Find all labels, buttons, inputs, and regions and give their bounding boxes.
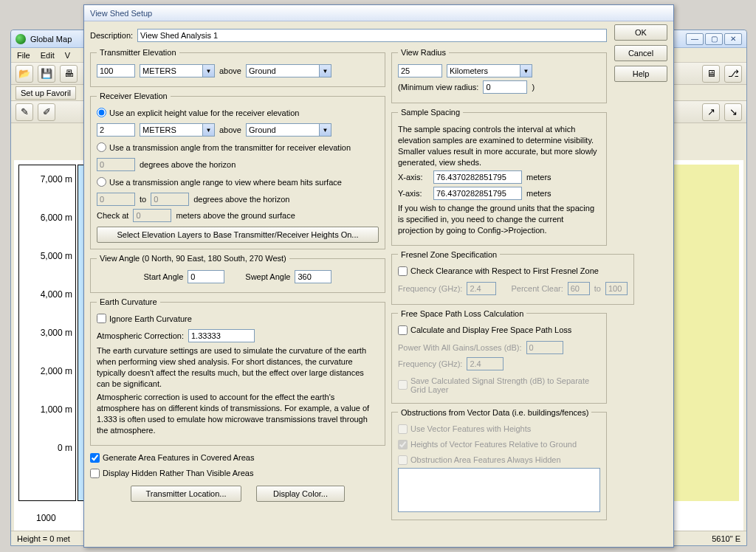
sample-spacing-group: Sample Spacing The sample spacing contro… — [391, 108, 607, 246]
chevron-down-icon[interactable]: ▼ — [320, 64, 331, 77]
min-radius-input[interactable] — [483, 80, 527, 94]
ignore-curvature-check[interactable] — [97, 314, 106, 323]
receiver-elevation-group: Receiver Elevation Use an explicit heigh… — [90, 92, 385, 249]
open-icon[interactable]: 📂 — [16, 65, 33, 83]
fspl-save-check — [398, 380, 408, 390]
menu-file[interactable]: File — [17, 51, 30, 60]
scalebar-label: 1000 — [36, 513, 56, 523]
obs-rel-check — [398, 440, 408, 449]
dialog-title: View Shed Setup — [90, 9, 152, 18]
obstructions-notes[interactable] — [398, 468, 600, 512]
rx-ref-combo[interactable] — [246, 123, 320, 137]
rx-range-radio[interactable] — [97, 177, 106, 187]
save-icon[interactable]: 💾 — [38, 65, 55, 83]
globe-icon — [16, 34, 26, 44]
fresnel-freq-input — [467, 282, 496, 295]
rx-unit-combo[interactable] — [140, 123, 203, 137]
display-color-button[interactable]: Display Color... — [256, 486, 345, 502]
fspl-check[interactable] — [398, 325, 408, 335]
help-button[interactable]: Help — [614, 66, 667, 82]
edit-tool-a-icon[interactable]: ✎ — [16, 103, 33, 121]
print-icon[interactable]: 🖶 — [60, 65, 78, 83]
spacing-y-input[interactable] — [433, 187, 522, 200]
earth-curvature-group: Earth Curvature Ignore Earth Curvature A… — [90, 297, 385, 446]
favorites-button[interactable]: Set up Favoril — [16, 86, 76, 100]
obstructions-group: Obstructions from Vector Data (i.e. buil… — [391, 408, 607, 520]
fspl-group: Free Space Path Loss Calculation Calcula… — [391, 309, 607, 404]
map-yaxis: 7,000 m 6,000 m 5,000 m 4,000 m 3,000 m … — [18, 165, 76, 501]
description-input[interactable] — [137, 29, 607, 42]
menu-edit[interactable]: Edit — [41, 51, 55, 60]
transmitter-location-button[interactable]: Transmitter Location... — [131, 486, 241, 502]
rx-range-to-input — [151, 193, 189, 206]
maximize-icon[interactable]: ▢ — [705, 33, 723, 45]
view-angle-group: View Angle (0 North, 90 East, 180 South,… — [90, 254, 385, 293]
swept-angle-input[interactable] — [295, 270, 331, 283]
tool-branch-icon[interactable]: ⎇ — [724, 65, 742, 83]
rx-height-input[interactable] — [97, 123, 135, 137]
dialog-titlebar: View Shed Setup — [84, 5, 673, 21]
close-icon[interactable]: ✕ — [724, 33, 742, 45]
fresnel-pct-to-input — [605, 282, 628, 295]
rx-angle-input — [97, 158, 135, 171]
status-left: Height = 0 met — [17, 534, 70, 543]
fspl-power-input — [526, 341, 563, 354]
cancel-button[interactable]: Cancel — [614, 45, 667, 61]
fresnel-pct-from-input — [568, 282, 590, 295]
tx-ref-combo[interactable] — [246, 64, 320, 77]
transmitter-elevation-group: Transmitter Elevation ▼ above ▼ — [90, 48, 385, 87]
tx-height-input[interactable] — [97, 64, 135, 77]
rx-explicit-radio[interactable] — [97, 108, 106, 117]
map-land — [673, 165, 739, 501]
main-title: Global Map — [30, 35, 72, 44]
viewshed-dialog: View Shed Setup OK Cancel Help Descripti… — [83, 4, 674, 548]
obs-use-check — [398, 424, 408, 434]
select-layers-button[interactable]: Select Elevation Layers to Base Transmit… — [97, 227, 379, 243]
status-right: 5610" E — [712, 534, 740, 543]
description-label: Description: — [90, 31, 133, 40]
rx-check-input — [133, 209, 171, 222]
chevron-down-icon[interactable]: ▼ — [320, 123, 331, 137]
fresnel-group: Fresnel Zone Specification Check Clearan… — [391, 250, 634, 305]
edit-tool-c-icon[interactable]: ↗ — [702, 103, 720, 121]
chevron-down-icon[interactable]: ▼ — [203, 64, 215, 77]
ok-button[interactable]: OK — [614, 24, 667, 41]
chevron-down-icon[interactable]: ▼ — [520, 64, 532, 77]
spacing-x-input[interactable] — [433, 170, 522, 184]
radius-unit-combo[interactable] — [447, 64, 520, 77]
tx-unit-combo[interactable] — [140, 64, 203, 77]
rx-range-from-input — [97, 193, 135, 206]
chevron-down-icon[interactable]: ▼ — [203, 123, 215, 137]
edit-tool-d-icon[interactable]: ↘ — [724, 103, 742, 121]
fspl-freq-input — [467, 357, 504, 370]
edit-tool-b-icon[interactable]: ✐ — [38, 103, 55, 121]
view-radius-group: View Radius ▼ (Minimum view radius: ) — [391, 48, 607, 103]
start-angle-input[interactable] — [188, 270, 224, 283]
fresnel-check[interactable] — [398, 266, 408, 276]
disp-hidden-check[interactable] — [90, 469, 100, 478]
curvature-help-2: Atmospheric correction is used to accoun… — [97, 392, 379, 435]
gen-area-check[interactable] — [90, 453, 100, 463]
atm-correction-input[interactable] — [188, 329, 255, 342]
rx-angle-radio[interactable] — [97, 142, 106, 152]
tool-screen-icon[interactable]: 🖥 — [702, 65, 720, 83]
radius-input[interactable] — [398, 64, 442, 77]
obs-hidden-check — [398, 455, 408, 465]
minimize-icon[interactable]: — — [686, 33, 704, 45]
curvature-help-1: The earth curvature settings are used to… — [97, 345, 379, 389]
menu-view[interactable]: V — [65, 51, 70, 60]
